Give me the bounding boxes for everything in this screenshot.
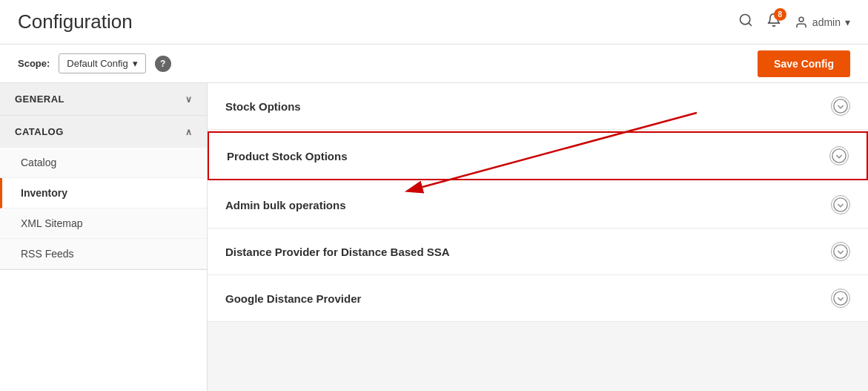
page-title: Configuration xyxy=(18,10,133,33)
product-stock-options-chevron-icon[interactable] xyxy=(829,146,849,165)
section-item-stock-options[interactable]: Stock Options xyxy=(208,83,868,130)
google-distance-provider-chevron-icon[interactable] xyxy=(831,289,850,308)
svg-point-9 xyxy=(834,292,847,305)
stock-options-chevron-icon[interactable] xyxy=(831,96,850,116)
save-config-button[interactable]: Save Config xyxy=(758,50,850,77)
notification-badge: 8 xyxy=(774,8,786,21)
sidebar-section-label-general: GENERAL xyxy=(15,93,64,105)
catalog-sidebar-items: Catalog Inventory XML Sitemap RSS Feeds xyxy=(0,148,207,269)
sidebar-item-inventory[interactable]: Inventory xyxy=(0,178,207,208)
scope-value: Default Config xyxy=(67,58,127,69)
svg-line-1 xyxy=(749,23,752,26)
svg-point-8 xyxy=(834,245,847,258)
section-item-google-distance-provider[interactable]: Google Distance Provider xyxy=(208,275,868,322)
help-icon[interactable]: ? xyxy=(155,56,171,72)
svg-point-5 xyxy=(834,99,847,113)
sidebar-item-catalog-label: Catalog xyxy=(21,157,56,168)
svg-point-7 xyxy=(834,198,847,211)
svg-point-2 xyxy=(799,17,804,22)
section-list: Stock Options Product Stock Options Admi… xyxy=(208,83,868,322)
scope-label: Scope: xyxy=(18,58,50,69)
top-header: Configuration 8 admin ▾ xyxy=(0,0,868,45)
section-item-admin-bulk-operations[interactable]: Admin bulk operations xyxy=(208,182,868,229)
admin-username: admin xyxy=(812,16,841,28)
search-icon[interactable] xyxy=(738,13,753,31)
sidebar-section-general: GENERAL ∨ xyxy=(0,83,207,116)
section-item-admin-bulk-operations-label: Admin bulk operations xyxy=(225,199,346,211)
admin-chevron-icon: ▾ xyxy=(845,16,850,28)
section-item-distance-provider[interactable]: Distance Provider for Distance Based SSA xyxy=(208,229,868,275)
sidebar-item-catalog[interactable]: Catalog xyxy=(0,148,207,178)
header-actions: 8 admin ▾ xyxy=(738,13,850,31)
sidebar-item-inventory-label: Inventory xyxy=(21,187,67,199)
general-chevron-icon: ∨ xyxy=(185,94,193,105)
scope-dropdown[interactable]: Default Config ▾ xyxy=(59,53,145,73)
svg-point-6 xyxy=(832,149,846,162)
scope-chevron-icon: ▾ xyxy=(133,58,138,69)
annotation-container: Stock Options Product Stock Options Admi… xyxy=(208,83,868,322)
sidebar-section-label-catalog: CATALOG xyxy=(15,126,64,137)
sidebar-item-xml-sitemap[interactable]: XML Sitemap xyxy=(0,208,207,239)
section-item-product-stock-options[interactable]: Product Stock Options xyxy=(208,131,868,180)
main-layout: GENERAL ∨ CATALOG ∧ Catalog Inventory XM… xyxy=(0,83,868,391)
sidebar-item-rss-feeds[interactable]: RSS Feeds xyxy=(0,239,207,269)
sidebar: GENERAL ∨ CATALOG ∧ Catalog Inventory XM… xyxy=(0,83,208,391)
distance-provider-chevron-icon[interactable] xyxy=(831,242,850,261)
catalog-chevron-icon: ∧ xyxy=(185,127,193,137)
admin-bulk-operations-chevron-icon[interactable] xyxy=(831,195,850,214)
sidebar-section-header-general[interactable]: GENERAL ∨ xyxy=(0,83,207,115)
sidebar-item-xml-sitemap-label: XML Sitemap xyxy=(21,217,83,229)
sidebar-section-catalog: CATALOG ∧ Catalog Inventory XML Sitemap … xyxy=(0,116,207,270)
section-item-distance-provider-label: Distance Provider for Distance Based SSA xyxy=(225,246,450,258)
admin-user-menu[interactable]: admin ▾ xyxy=(795,16,850,29)
section-item-google-distance-provider-label: Google Distance Provider xyxy=(225,292,361,305)
sidebar-section-header-catalog[interactable]: CATALOG ∧ xyxy=(0,116,207,148)
notification-bell[interactable]: 8 xyxy=(766,13,781,31)
sidebar-item-rss-feeds-label: RSS Feeds xyxy=(21,248,74,260)
toolbar: Scope: Default Config ▾ ? Save Config xyxy=(0,45,868,83)
content-area: Stock Options Product Stock Options Admi… xyxy=(208,83,868,391)
section-item-product-stock-options-label: Product Stock Options xyxy=(227,150,348,162)
section-item-stock-options-label: Stock Options xyxy=(225,100,301,113)
